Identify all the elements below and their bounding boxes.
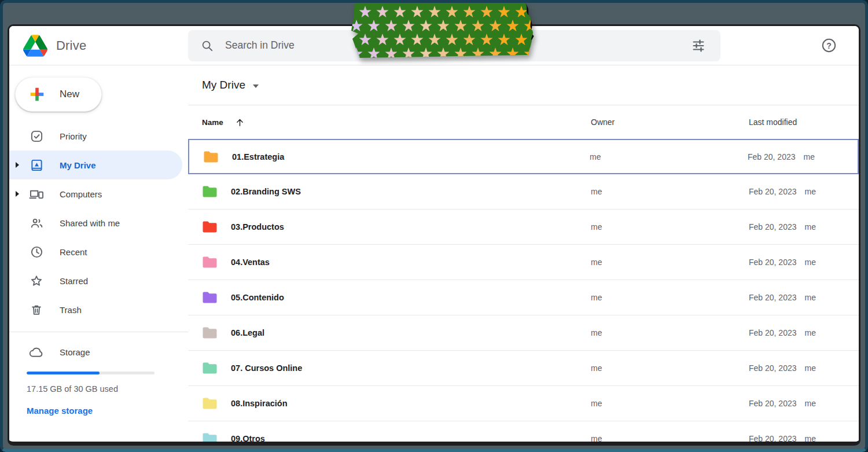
sidebar-item-starred[interactable]: Starred [9, 266, 182, 295]
help-icon[interactable]: ? [817, 34, 840, 57]
search-filters-icon[interactable] [687, 34, 710, 57]
cell-owner: me [591, 293, 749, 302]
cell-last-modified: Feb 20, 2023me [749, 222, 859, 231]
folder-icon [202, 326, 218, 339]
sidebar-item-my-drive[interactable]: My Drive [9, 150, 182, 179]
app-name: Drive [56, 38, 86, 53]
folder-icon [202, 221, 218, 233]
cell-name: 02.Branding SWS [202, 185, 591, 198]
storage-progress-fill [27, 372, 100, 374]
star-icon [516, 6, 528, 17]
star-icon [481, 6, 493, 17]
table-row[interactable]: 05.ContenidomeFeb 20, 2023me [188, 280, 859, 315]
modified-date: Feb 20, 2023 [749, 399, 797, 408]
table-row[interactable]: 08.InspiraciónmeFeb 20, 2023me [188, 386, 859, 421]
table-row[interactable]: 09.OtrosmeFeb 20, 2023me [188, 421, 859, 442]
cell-last-modified: Feb 20, 2023me [749, 363, 859, 373]
folder-name: 07. Cursos Online [231, 363, 302, 373]
folder-name: 02.Branding SWS [231, 187, 301, 196]
search-bar[interactable] [188, 30, 720, 61]
table-row[interactable]: 01.EstrategiameFeb 20, 2023me [188, 139, 859, 174]
folder-name: 01.Estrategia [232, 152, 284, 161]
cell-last-modified: Feb 20, 2023me [749, 258, 859, 267]
expand-arrow-icon[interactable] [16, 162, 19, 168]
folder-name: 09.Otros [231, 434, 265, 442]
folder-icon [202, 362, 218, 374]
modified-date: Feb 20, 2023 [749, 363, 797, 373]
cell-owner: me [591, 363, 749, 373]
sidebar-item-label: Trash [60, 305, 82, 315]
folder-icon [202, 185, 218, 198]
folder-icon [202, 397, 218, 410]
drive-logo-icon [23, 35, 47, 57]
search-icon[interactable] [201, 39, 214, 52]
table-row[interactable]: 07. Cursos OnlinemeFeb 20, 2023me [188, 351, 859, 386]
column-header-last-modified[interactable]: Last modified [749, 117, 859, 127]
star-icon [394, 6, 406, 17]
cell-name: 04.Ventas [202, 256, 591, 269]
table-row[interactable]: 02.Branding SWSmeFeb 20, 2023me [188, 174, 859, 210]
recent-icon [29, 245, 44, 259]
cell-last-modified: Feb 20, 2023me [749, 399, 859, 408]
new-button-label: New [60, 89, 79, 100]
modified-by: me [805, 222, 816, 231]
sidebar-item-priority[interactable]: Priority [9, 122, 182, 150]
storage-label: Storage [60, 347, 90, 357]
expand-arrow-icon[interactable] [16, 191, 19, 197]
star-icon [498, 6, 510, 17]
sort-ascending-icon[interactable] [235, 117, 245, 127]
starred-icon [29, 274, 44, 288]
chevron-down-icon[interactable] [253, 84, 259, 88]
table-row[interactable]: 06.LegalmeFeb 20, 2023me [188, 315, 859, 351]
folder-icon [203, 150, 219, 163]
sidebar-item-recent[interactable]: Recent [9, 237, 182, 266]
search-input[interactable] [224, 39, 687, 52]
sidebar-item-label: My Drive [60, 160, 96, 170]
manage-storage-link[interactable]: Manage storage [27, 406, 93, 416]
storage-progress-bar [27, 372, 155, 374]
modified-by: me [805, 363, 816, 373]
header-right: ? [720, 34, 859, 57]
folder-name: 08.Inspiración [231, 399, 288, 408]
star-icon [411, 6, 424, 17]
folder-icon [202, 256, 218, 269]
modified-by: me [804, 152, 815, 161]
modified-by: me [805, 187, 816, 196]
table-row[interactable]: 04.VentasmeFeb 20, 2023me [188, 245, 859, 280]
modified-by: me [805, 293, 816, 302]
table-row[interactable]: 03.ProductosmeFeb 20, 2023me [188, 210, 859, 245]
page-title[interactable]: My Drive [202, 79, 245, 91]
cell-last-modified: Feb 20, 2023me [749, 187, 859, 196]
sidebar-item-label: Starred [60, 276, 88, 286]
folder-name: 05.Contenido [231, 293, 284, 302]
cell-last-modified: Feb 20, 2023me [748, 152, 858, 161]
cell-owner: me [591, 328, 749, 337]
sidebar-item-label: Priority [60, 131, 87, 141]
shared-with-me-icon [29, 216, 44, 230]
star-icon [464, 6, 476, 17]
sidebar-item-computers[interactable]: Computers [9, 179, 182, 208]
modified-by: me [805, 328, 816, 337]
modified-date: Feb 20, 2023 [749, 187, 797, 196]
cell-owner: me [591, 187, 749, 196]
screenshot-canvas: Drive [0, 0, 868, 452]
sidebar-item-storage[interactable]: Storage [9, 337, 188, 366]
modified-date: Feb 20, 2023 [749, 258, 797, 267]
drive-app-window: Drive [8, 24, 860, 446]
new-button[interactable]: New [15, 77, 102, 112]
cell-name: 06.Legal [202, 326, 591, 339]
modified-by: me [805, 434, 816, 442]
modified-date: Feb 20, 2023 [749, 293, 797, 302]
sidebar-item-shared-with-me[interactable]: Shared with me [9, 208, 182, 237]
cell-owner: me [591, 434, 749, 442]
cell-last-modified: Feb 20, 2023me [749, 328, 859, 337]
sidebar-item-label: Shared with me [60, 218, 120, 228]
cell-owner: me [590, 152, 748, 161]
sidebar-item-label: Computers [60, 189, 102, 199]
cell-name: 01.Estrategia [203, 150, 590, 163]
sidebar-item-trash[interactable]: Trash [9, 295, 182, 324]
column-header-name[interactable]: Name [202, 118, 223, 127]
sidebar-nav: PriorityMy DriveComputersShared with meR… [9, 122, 188, 324]
column-header-owner[interactable]: Owner [591, 117, 749, 127]
folder-name: 04.Ventas [231, 258, 270, 267]
